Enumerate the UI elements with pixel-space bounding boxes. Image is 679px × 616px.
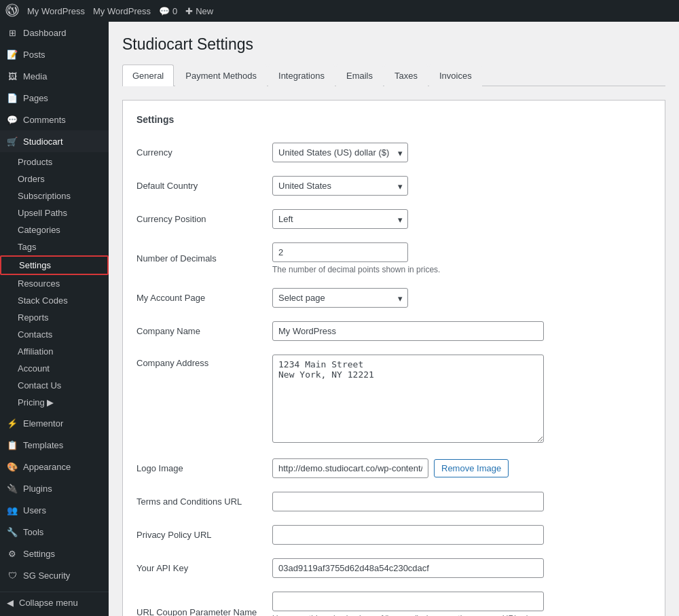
sidebar-label-tools: Tools xyxy=(23,527,43,537)
default-country-select[interactable]: United States xyxy=(272,176,408,196)
decimals-input[interactable] xyxy=(272,242,408,262)
settings-section-title: Settings xyxy=(136,114,651,125)
sidebar-item-stack-codes[interactable]: Stack Codes xyxy=(0,292,109,309)
sidebar-item-pages[interactable]: 📄 Pages xyxy=(0,87,109,109)
coupon-param-label: URL Coupon Parameter Name xyxy=(136,607,257,616)
topbar-site-name[interactable]: My WordPress xyxy=(27,6,85,16)
new-button[interactable]: ✚ New xyxy=(185,6,213,16)
account-page-select[interactable]: Select page xyxy=(272,288,408,308)
currency-position-label: Currency Position xyxy=(136,214,206,224)
api-key-input[interactable] xyxy=(272,558,544,578)
collapse-label: Collapse menu xyxy=(19,598,78,608)
sidebar-item-account[interactable]: Account xyxy=(0,360,109,377)
account-page-select-wrapper: Select page ▾ xyxy=(272,288,408,308)
sidebar-item-products[interactable]: Products xyxy=(0,153,109,170)
sidebar-item-media[interactable]: 🖼 Media xyxy=(0,65,109,87)
studiocart-icon: 🛒 xyxy=(7,136,18,147)
users-icon: 👥 xyxy=(7,505,18,515)
main-content: Studiocart Settings General Payment Meth… xyxy=(109,22,679,616)
coupon-param-row: URL Coupon Parameter Name Use something … xyxy=(136,585,651,616)
company-name-row: Company Name xyxy=(136,314,651,348)
settings-form: Currency United States (US) dollar ($) ▾ xyxy=(136,136,651,616)
tab-general[interactable]: General xyxy=(122,65,174,86)
tabs-bar: General Payment Methods Integrations Ema… xyxy=(122,65,665,86)
topbar-site-label[interactable]: My WordPress xyxy=(93,6,151,16)
privacy-url-label: Privacy Policy URL xyxy=(136,530,212,540)
sidebar-item-users[interactable]: 👥 Users xyxy=(0,499,109,521)
sidebar-item-subscriptions[interactable]: Subscriptions xyxy=(0,187,109,204)
sidebar-label-appearance: Appearance xyxy=(23,462,71,472)
tab-taxes[interactable]: Taxes xyxy=(384,65,428,86)
currency-label: Currency xyxy=(136,147,172,158)
currency-row: Currency United States (US) dollar ($) ▾ xyxy=(136,136,651,169)
sidebar-label-elementor: Elementor xyxy=(23,418,63,429)
templates-icon: 📋 xyxy=(7,439,18,450)
tab-invoices[interactable]: Invoices xyxy=(429,65,482,86)
decimals-row: Number of Decimals The number of decimal… xyxy=(136,236,651,281)
sidebar-item-tools[interactable]: 🔧 Tools xyxy=(0,521,109,543)
company-name-input[interactable] xyxy=(272,321,544,341)
sidebar-item-elementor[interactable]: ⚡ Elementor xyxy=(0,412,109,434)
company-address-label: Company Address xyxy=(136,358,208,368)
sidebar-item-resources[interactable]: Resources xyxy=(0,275,109,292)
sidebar-item-sc-settings[interactable]: Settings xyxy=(0,255,109,275)
default-country-select-wrapper: United States ▾ xyxy=(272,176,408,196)
comments-icon: 💬 xyxy=(7,114,18,125)
sidebar-item-templates[interactable]: 📋 Templates xyxy=(0,434,109,456)
sidebar-item-categories[interactable]: Categories xyxy=(0,221,109,238)
sidebar-item-reports[interactable]: Reports xyxy=(0,309,109,326)
sidebar-label-templates: Templates xyxy=(23,440,63,450)
currency-position-row: Currency Position Left Right Left Space … xyxy=(136,202,651,236)
logo-image-label: Logo Image xyxy=(136,463,183,473)
plugins-icon: 🔌 xyxy=(7,483,18,494)
sidebar-item-comments[interactable]: 💬 Comments xyxy=(0,109,109,130)
sidebar-item-tags[interactable]: Tags xyxy=(0,238,109,255)
company-address-input[interactable]: 1234 Main Street New York, NY 12221 xyxy=(272,355,544,443)
company-name-label: Company Name xyxy=(136,326,200,336)
sidebar-item-contact-us[interactable]: Contact Us xyxy=(0,377,109,394)
tools-icon: 🔧 xyxy=(7,526,18,537)
sidebar-item-pricing[interactable]: Pricing ▶ xyxy=(0,394,109,411)
sidebar-item-affiliation[interactable]: Affiliation xyxy=(0,343,109,360)
privacy-url-input[interactable] xyxy=(272,525,544,545)
logo-image-input[interactable] xyxy=(272,458,428,478)
sidebar-item-upsell-paths[interactable]: Upsell Paths xyxy=(0,204,109,221)
security-icon: 🛡 xyxy=(7,570,18,581)
media-icon: 🖼 xyxy=(7,71,18,81)
logo-input-wrap: Remove Image xyxy=(272,458,651,478)
remove-image-button[interactable]: Remove Image xyxy=(434,459,509,477)
tab-emails[interactable]: Emails xyxy=(336,65,383,86)
notif-icon[interactable]: 💬 0 xyxy=(159,6,177,16)
studiocart-submenu: Products Orders Subscriptions Upsell Pat… xyxy=(0,152,109,412)
page-title: Studiocart Settings xyxy=(122,35,665,54)
terms-url-input[interactable] xyxy=(272,492,544,511)
currency-position-select[interactable]: Left Right Left Space Right Space xyxy=(272,209,408,229)
sidebar-item-studiocart[interactable]: 🛒 Studiocart xyxy=(0,130,109,152)
dashboard-icon: ⊞ xyxy=(7,27,18,38)
wp-logo-icon xyxy=(5,3,19,19)
account-page-label: My Account Page xyxy=(136,293,205,303)
sidebar-item-settings[interactable]: ⚙ Settings xyxy=(0,543,109,564)
sidebar-item-orders[interactable]: Orders xyxy=(0,170,109,187)
sidebar-label-plugins: Plugins xyxy=(23,484,52,494)
sidebar-item-posts[interactable]: 📝 Posts xyxy=(0,43,109,65)
tab-integrations[interactable]: Integrations xyxy=(268,65,335,86)
sidebar-label-users: Users xyxy=(23,505,46,515)
collapse-menu-button[interactable]: ◀ Collapse menu xyxy=(0,592,109,613)
sidebar-item-sg-security[interactable]: 🛡 SG Security xyxy=(0,564,109,586)
appearance-icon: 🎨 xyxy=(7,461,18,472)
sidebar-item-plugins[interactable]: 🔌 Plugins xyxy=(0,477,109,499)
sidebar-item-appearance[interactable]: 🎨 Appearance xyxy=(0,456,109,477)
tab-payment-methods[interactable]: Payment Methods xyxy=(175,65,267,86)
coupon-param-input[interactable] xyxy=(272,592,544,611)
decimals-description: The number of decimal points shown in pr… xyxy=(272,265,651,274)
sidebar-item-contacts[interactable]: Contacts xyxy=(0,326,109,343)
currency-select[interactable]: United States (US) dollar ($) xyxy=(272,143,408,162)
terms-url-row: Terms and Conditions URL xyxy=(136,485,651,518)
pages-icon: 📄 xyxy=(7,92,18,103)
sidebar-label-dashboard: Dashboard xyxy=(23,28,67,38)
topbar: My WordPress My WordPress 💬 0 ✚ New xyxy=(0,0,679,22)
decimals-label: Number of Decimals xyxy=(136,253,217,264)
collapse-icon: ◀ xyxy=(7,598,14,608)
sidebar-item-dashboard[interactable]: ⊞ Dashboard xyxy=(0,22,109,43)
